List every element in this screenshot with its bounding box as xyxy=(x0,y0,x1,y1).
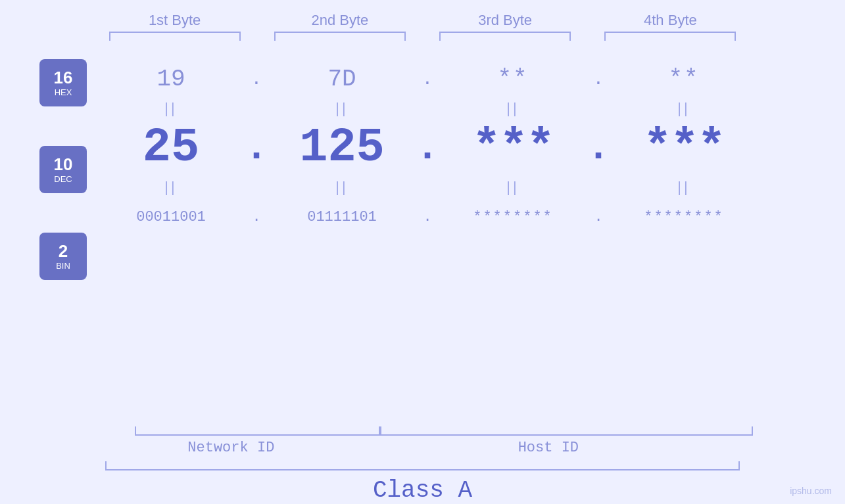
eq2-byte1: || xyxy=(105,179,237,196)
hex-value-3: ** xyxy=(497,66,528,93)
bracket-byte1 xyxy=(109,32,241,41)
hex-dot-2: . xyxy=(422,69,433,89)
equals-row-2: || || || || xyxy=(105,177,806,197)
hex-value-2: 7D xyxy=(327,66,356,93)
bottom-brackets-row xyxy=(0,426,845,436)
bracket-byte2 xyxy=(274,32,406,41)
dec-value-3: *** xyxy=(472,121,554,175)
dec-badge: 10 DEC xyxy=(39,146,87,193)
host-id-label: Host ID xyxy=(357,440,740,456)
bin-badge: 2 BIN xyxy=(39,233,87,280)
hex-dot-3: . xyxy=(593,69,604,89)
bin-badge-number: 2 xyxy=(59,242,68,261)
dec-badge-label: DEC xyxy=(54,174,72,184)
bin-value-3: ******** xyxy=(473,209,553,225)
bin-byte3: ******** xyxy=(447,209,579,225)
hex-byte2: 7D xyxy=(276,66,408,93)
dec-value-2: 125 xyxy=(299,121,385,175)
bracket-network xyxy=(135,426,380,436)
byte-3-header: 3rd Byte xyxy=(439,12,571,29)
dec-dot-1: . xyxy=(245,126,268,170)
eq1-byte4: || xyxy=(618,100,750,117)
eq2-byte2: || xyxy=(276,179,408,196)
hex-byte3: ** xyxy=(447,66,579,93)
equals-row-1: || || || || xyxy=(105,99,806,118)
top-brackets xyxy=(0,32,845,41)
dec-byte4: *** xyxy=(618,121,750,175)
hex-badge-number: 16 xyxy=(54,68,73,87)
badges-column: 16 HEX 10 DEC 2 BIN xyxy=(39,46,105,319)
hex-badge-label: HEX xyxy=(55,87,72,97)
eq1-byte1: || xyxy=(105,100,237,117)
dec-value-1: 25 xyxy=(143,121,199,175)
eq2-byte4: || xyxy=(618,179,750,196)
dec-badge-number: 10 xyxy=(54,155,73,174)
bin-byte2: 01111101 xyxy=(276,209,408,225)
network-id-label: Network ID xyxy=(105,440,357,456)
dec-dot3: . xyxy=(579,126,618,170)
bin-value-4: ******** xyxy=(644,209,724,225)
bin-byte1: 00011001 xyxy=(105,209,237,225)
content-area: 16 HEX 10 DEC 2 BIN 19 . xyxy=(0,46,845,424)
bin-value-1: 00011001 xyxy=(136,209,206,225)
byte-headers: 1st Byte 2nd Byte 3rd Byte 4th Byte xyxy=(0,12,845,29)
data-columns: 19 . 7D . ** . ** xyxy=(105,46,806,237)
dec-byte1: 25 xyxy=(105,121,237,175)
hex-dot-1: . xyxy=(251,69,262,89)
class-row: Class A xyxy=(0,477,845,504)
dec-dot-2: . xyxy=(416,126,439,170)
hex-dot2: . xyxy=(408,69,447,89)
hex-badge: 16 HEX xyxy=(39,59,87,106)
byte-1-header: 1st Byte xyxy=(109,12,241,29)
bin-dot-1: . xyxy=(252,209,260,225)
byte-4-header: 4th Byte xyxy=(604,12,736,29)
id-labels-row: Network ID Host ID xyxy=(0,440,845,456)
bin-byte4: ******** xyxy=(618,209,750,225)
bin-badge-label: BIN xyxy=(56,261,70,271)
eq1-byte3: || xyxy=(447,100,579,117)
bin-dot2: . xyxy=(408,209,447,225)
dec-row: 25 . 125 . *** . *** xyxy=(105,118,806,177)
bin-dot1: . xyxy=(237,209,276,225)
hex-value-4: ** xyxy=(668,66,699,93)
hex-byte4: ** xyxy=(618,66,750,93)
dec-dot2: . xyxy=(408,126,447,170)
hex-dot1: . xyxy=(237,69,276,89)
hex-byte1: 19 xyxy=(105,66,237,93)
bin-dot-3: . xyxy=(594,209,602,225)
main-container: 1st Byte 2nd Byte 3rd Byte 4th Byte 16 H… xyxy=(0,0,845,504)
bin-dot-2: . xyxy=(423,209,431,225)
dec-byte2: 125 xyxy=(276,121,408,175)
hex-row: 19 . 7D . ** . ** xyxy=(105,59,806,99)
bin-dot3: . xyxy=(579,209,618,225)
bracket-host xyxy=(380,426,753,436)
overall-bracket xyxy=(105,461,740,470)
hex-dot3: . xyxy=(579,69,618,89)
overall-bracket-row xyxy=(0,461,845,470)
dec-dot1: . xyxy=(237,126,276,170)
bin-value-2: 01111101 xyxy=(307,209,377,225)
eq1-byte2: || xyxy=(276,100,408,117)
watermark: ipshu.com xyxy=(790,486,832,496)
bracket-byte3 xyxy=(439,32,571,41)
bracket-byte4 xyxy=(604,32,736,41)
byte-2-header: 2nd Byte xyxy=(274,12,406,29)
hex-value-1: 19 xyxy=(157,66,185,93)
class-label: Class A xyxy=(373,477,472,504)
dec-dot-3: . xyxy=(587,126,610,170)
eq2-byte3: || xyxy=(447,179,579,196)
dec-byte3: *** xyxy=(447,121,579,175)
dec-value-4: *** xyxy=(643,121,725,175)
bin-row: 00011001 . 01111101 . ******** . xyxy=(105,197,806,237)
